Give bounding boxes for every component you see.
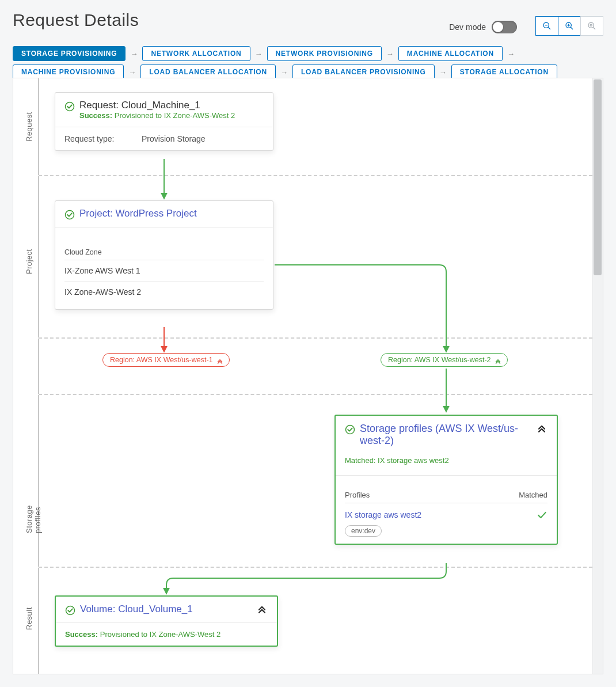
svg-line-1 <box>548 27 550 29</box>
connector-layer <box>13 78 603 674</box>
step-arrow-icon: → <box>129 50 139 58</box>
step-arrow-icon: → <box>127 68 137 77</box>
result-title-prefix: Volume: <box>80 604 115 614</box>
check-icon <box>536 509 547 521</box>
collapse-button[interactable] <box>256 604 268 615</box>
step-network-provisioning[interactable]: NETWORK PROVISIONING <box>267 46 382 61</box>
page-title: Request Details <box>13 10 139 30</box>
success-icon <box>65 605 75 616</box>
region-pill-right[interactable]: Region: AWS IX West/us-west-2 <box>381 353 508 367</box>
svg-point-7 <box>588 22 594 28</box>
step-arrow-icon: → <box>438 68 448 77</box>
project-card: Project: WordPress Project Cloud Zone IX… <box>55 200 273 310</box>
svg-point-10 <box>66 103 74 111</box>
result-status-prefix: Success: <box>65 630 98 639</box>
success-icon <box>64 210 75 220</box>
project-title-prefix: Project: <box>79 208 113 219</box>
step-arrow-icon: → <box>254 50 264 58</box>
request-type-label: Request type: <box>64 134 128 143</box>
provisioning-canvas: Request Project Storage profiles Result <box>13 78 603 674</box>
zoom-reset-button[interactable] <box>580 16 603 36</box>
storage-matched-value: IX storage aws west2 <box>378 456 449 465</box>
svg-point-9 <box>590 24 592 26</box>
step-arrow-icon: → <box>385 50 395 58</box>
svg-line-4 <box>571 27 573 29</box>
zoom-reset-icon <box>587 21 596 31</box>
profile-tag: env:dev <box>345 525 382 537</box>
collapse-icon <box>216 357 224 365</box>
step-storage-provisioning[interactable]: STORAGE PROVISIONING <box>13 46 126 61</box>
table-row: IX storage aws west2 <box>345 503 547 523</box>
zoom-in-icon <box>565 21 574 31</box>
col-matched: Matched <box>519 491 547 499</box>
region-pill-right-label: Region: AWS IX West/us-west-2 <box>388 356 491 364</box>
dev-mode-toggle[interactable] <box>492 21 517 33</box>
success-icon <box>64 101 75 112</box>
step-machine-allocation[interactable]: MACHINE ALLOCATION <box>398 46 503 61</box>
profile-name[interactable]: IX storage aws west2 <box>345 510 421 519</box>
collapse-button[interactable] <box>536 423 547 434</box>
project-title-link[interactable]: WordPress Project <box>115 208 196 219</box>
request-title: Request: Cloud_Machine_1 <box>79 100 235 111</box>
step-arrow-icon: → <box>506 50 516 58</box>
result-status-msg: Provisioned to IX Zone-AWS-West 2 <box>100 630 221 639</box>
col-profiles: Profiles <box>345 491 370 499</box>
dev-mode-label: Dev mode <box>449 22 486 32</box>
storage-matched-prefix: Matched: <box>345 456 375 465</box>
request-status-msg: Provisioned to IX Zone-AWS-West 2 <box>115 111 235 120</box>
storage-card-title: Storage profiles (AWS IX West/us-west-2) <box>360 423 531 447</box>
cloud-zone-item[interactable]: IX-Zone AWS West 1 <box>64 260 264 282</box>
cloud-zone-item[interactable]: IX Zone-AWS-West 2 <box>64 282 264 302</box>
zoom-out-icon <box>542 21 552 31</box>
request-status-prefix: Success: <box>79 111 112 120</box>
collapse-icon <box>494 357 502 365</box>
result-title-link[interactable]: Cloud_Volume_1 <box>118 604 192 614</box>
result-card: Volume: Cloud_Volume_1 Success: Provisio… <box>55 595 278 647</box>
svg-point-12 <box>346 426 355 434</box>
storage-profiles-card: Storage profiles (AWS IX West/us-west-2)… <box>334 415 558 545</box>
zoom-out-button[interactable] <box>535 16 558 36</box>
svg-point-13 <box>66 606 75 615</box>
svg-point-11 <box>66 211 74 219</box>
zoom-in-button[interactable] <box>558 16 581 36</box>
svg-line-8 <box>593 27 595 29</box>
request-card: Request: Cloud_Machine_1 Success: Provis… <box>55 92 273 151</box>
step-arrow-icon: → <box>279 68 289 77</box>
request-type-value: Provision Storage <box>142 134 206 143</box>
step-network-allocation[interactable]: NETWORK ALLOCATION <box>142 46 250 61</box>
cloud-zone-label: Cloud Zone <box>64 248 264 260</box>
region-pill-left-label: Region: AWS IX West/us-west-1 <box>110 356 213 364</box>
zoom-group <box>535 16 603 36</box>
region-pill-left[interactable]: Region: AWS IX West/us-west-1 <box>102 353 230 367</box>
success-icon <box>345 424 355 435</box>
